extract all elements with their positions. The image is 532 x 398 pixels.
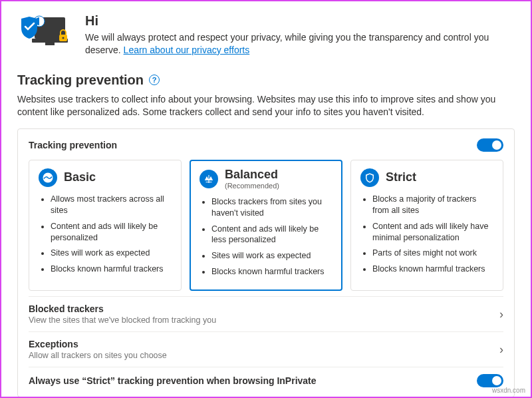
chevron-right-icon: › xyxy=(499,343,503,357)
chevron-right-icon: › xyxy=(499,307,503,321)
card-basic[interactable]: BasicAllows most trackers across all sit… xyxy=(29,160,182,291)
svg-point-5 xyxy=(63,37,65,39)
blocked-trackers-row[interactable]: Blocked trackers View the sites that we'… xyxy=(29,296,503,331)
strict-inprivate-row: Always use “Strict” tracking prevention … xyxy=(29,367,503,394)
card-bullet: Sites will work as expected xyxy=(211,250,332,262)
card-bullet: Parts of sites might not work xyxy=(372,248,493,259)
exceptions-sub: Allow all trackers on sites you choose xyxy=(29,351,167,360)
watermark: wsxdn.com xyxy=(492,387,525,394)
card-bullet: Sites will work as expected xyxy=(51,248,172,259)
section-title: Tracking prevention ? xyxy=(17,73,515,88)
card-bullet: Allows most trackers across all sites xyxy=(51,194,172,216)
blocked-trackers-sub: View the sites that we've blocked from t… xyxy=(29,315,216,325)
card-bullets: Blocks trackers from sites you haven't v… xyxy=(200,196,332,278)
strict-inprivate-toggle[interactable] xyxy=(477,374,503,387)
exceptions-title: Exceptions xyxy=(29,339,167,349)
strict-inprivate-title: Always use “Strict” tracking prevention … xyxy=(29,375,317,386)
card-bullet: Content and ads will likely be personali… xyxy=(51,221,172,244)
card-bullet: Content and ads will likely be less pers… xyxy=(211,224,332,246)
tracking-prevention-toggle[interactable] xyxy=(477,138,503,152)
card-strict[interactable]: StrictBlocks a majority of trackers from… xyxy=(350,160,503,291)
panel-title: Tracking prevention xyxy=(29,140,117,150)
help-icon[interactable]: ? xyxy=(149,75,160,85)
card-subtitle: (Recommended) xyxy=(225,182,279,190)
card-balanced[interactable]: Balanced(Recommended)Blocks trackers fro… xyxy=(190,160,342,291)
strict-icon xyxy=(360,168,379,187)
privacy-efforts-link[interactable]: Learn about our privacy efforts xyxy=(124,45,250,55)
card-title: Balanced xyxy=(225,168,279,182)
hero-greeting: Hi xyxy=(85,13,515,29)
card-bullet: Blocks trackers from sites you haven't v… xyxy=(211,196,332,219)
basic-icon xyxy=(39,168,57,187)
hero-banner: Hi We will always protect and respect yo… xyxy=(17,13,515,57)
card-title: Strict xyxy=(386,171,416,184)
card-title: Basic xyxy=(64,171,96,184)
svg-rect-3 xyxy=(45,43,55,45)
blocked-trackers-title: Blocked trackers xyxy=(29,303,216,314)
balanced-icon xyxy=(200,170,218,188)
card-bullets: Blocks a majority of trackers from all s… xyxy=(360,194,493,275)
exceptions-row[interactable]: Exceptions Allow all trackers on sites y… xyxy=(29,331,503,367)
privacy-hero-icon xyxy=(17,13,73,51)
section-description: Websites use trackers to collect info ab… xyxy=(17,93,515,119)
card-bullet: Blocks known harmful trackers xyxy=(51,264,172,275)
card-bullet: Blocks known harmful trackers xyxy=(372,264,493,275)
tracking-prevention-panel: Tracking prevention BasicAllows most tra… xyxy=(17,128,515,397)
card-bullet: Content and ads will likely have minimal… xyxy=(372,221,493,244)
card-bullets: Allows most trackers across all sitesCon… xyxy=(39,194,172,275)
hero-body: We will always protect and respect your … xyxy=(85,31,515,57)
prevention-level-cards: BasicAllows most trackers across all sit… xyxy=(29,160,503,291)
card-bullet: Blocks known harmful trackers xyxy=(211,266,332,278)
card-bullet: Blocks a majority of trackers from all s… xyxy=(372,194,493,216)
